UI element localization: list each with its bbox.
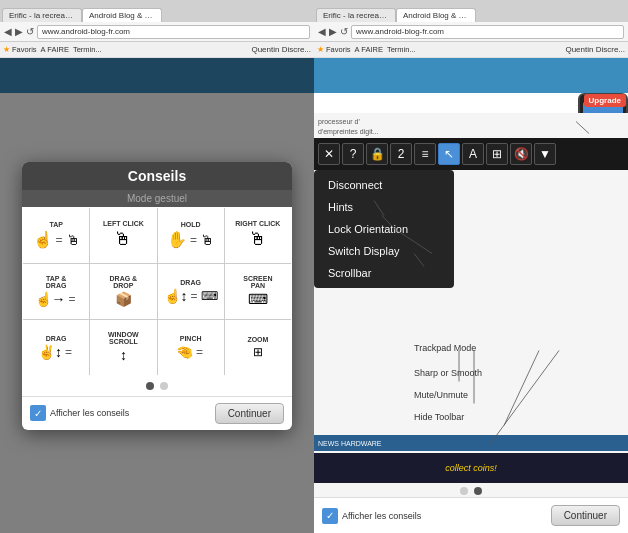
hint-trackpad-mode: Trackpad Mode: [414, 343, 476, 353]
gesture-modal: Conseils Mode gestuel TAP ☝ = 🖱 LEFT: [22, 162, 292, 430]
bm-termin[interactable]: Termin...: [73, 45, 102, 54]
menu-switch-display[interactable]: Switch Display: [314, 240, 454, 262]
modal-bottom: ✓ Afficher les conseils Continuer: [22, 396, 292, 430]
dot-1[interactable]: [146, 382, 154, 390]
dot-r2[interactable]: [474, 487, 482, 495]
bookmarks-bar: ★ Favoris A FAIRE Termin... Quentin Disc…: [0, 42, 314, 58]
bm-termin-r[interactable]: Termin...: [387, 45, 416, 54]
star-icon-r: ★: [317, 45, 324, 54]
hint-sharp-smooth: Sharp or Smooth: [414, 368, 482, 378]
news-bar-r: NEWS HARDWARE: [314, 435, 628, 451]
pagination-right: [314, 487, 628, 495]
browser-tabs: Erific - la recreation... Android Blog &…: [0, 0, 314, 22]
gesture-right-click: RIGHT CLICK 🖱: [225, 208, 291, 263]
address-bar: ◀ ▶ ↺ www.android-blog-fr.com: [0, 22, 314, 42]
toolbar-help[interactable]: ?: [342, 143, 364, 165]
forward-icon[interactable]: ▶: [15, 26, 23, 37]
browser-tabs-right: Erific - la recreation... Android Blog &…: [314, 0, 628, 22]
toolbar-dropdown[interactable]: ▼: [534, 143, 556, 165]
back-icon[interactable]: ◀: [4, 26, 12, 37]
checkbox-area-r: ✓ Afficher les conseils: [322, 508, 543, 524]
modal-subtitle: Mode gestuel: [22, 190, 292, 207]
gesture-left-click: LEFT CLICK 🖱: [90, 208, 156, 263]
modal-overlay: Conseils Mode gestuel TAP ☝ = 🖱 LEFT: [0, 58, 314, 533]
gesture-hold: HOLD ✋ = 🖱: [158, 208, 224, 263]
right-panel: Erific - la recreation... Android Blog &…: [314, 0, 628, 533]
toolbar-2[interactable]: 2: [390, 143, 412, 165]
show-hints-checkbox-r[interactable]: ✓: [322, 508, 338, 524]
app-content-right: 🤖 Androi ACCUEIL ✕ ? 🔒 2 ≡ ↖ A ⊞ 🔇 ▼ 📱: [314, 58, 628, 533]
continue-button[interactable]: Continuer: [215, 403, 284, 424]
address-input-r[interactable]: www.android-blog-fr.com: [351, 25, 624, 39]
menu-disconnect[interactable]: Disconnect: [314, 174, 454, 196]
gesture-pinch: PINCH 🤏 =: [158, 320, 224, 375]
dot-r1[interactable]: [460, 487, 468, 495]
address-bar-right: ◀ ▶ ↺ www.android-blog-fr.com: [314, 22, 628, 42]
gesture-tap-drag: TAP &DRAG ☝→ =: [23, 264, 89, 319]
hint-mute-unmute: Mute/Unmute: [414, 390, 468, 400]
hint-hide-toolbar: Hide Toolbar: [414, 412, 464, 422]
gesture-drag2: DRAG ✌↕ =: [23, 320, 89, 375]
bm-favoris-r[interactable]: ★ Favoris: [317, 45, 351, 54]
checkbox-area: ✓ Afficher les conseils: [30, 405, 207, 421]
bm-afaire[interactable]: A FAIRE: [41, 45, 69, 54]
app-content-left: 🤖 Androi ACCUEIL Conseils Mode gestuel T…: [0, 58, 314, 533]
toolbar-area: ✕ ? 🔒 2 ≡ ↖ A ⊞ 🔇 ▼: [314, 138, 628, 170]
gesture-drag-drop: DRAG &DROP 📦: [90, 264, 156, 319]
tab-1[interactable]: Erific - la recreation...: [2, 8, 82, 22]
toolbar-menu[interactable]: ≡: [414, 143, 436, 165]
address-input[interactable]: www.android-blog-fr.com: [37, 25, 310, 39]
show-hints-checkbox[interactable]: ✓: [30, 405, 46, 421]
gesture-screen-pan: SCREENPAN ⌨: [225, 264, 291, 319]
checkbox-label-r: Afficher les conseils: [342, 511, 421, 521]
menu-hints[interactable]: Hints: [314, 196, 454, 218]
dropdown-menu: Disconnect Hints Lock Orientation Switch…: [314, 170, 454, 288]
star-icon: ★: [3, 45, 10, 54]
user-label-r: Quentin Discre...: [565, 45, 625, 54]
gesture-grid: TAP ☝ = 🖱 LEFT CLICK 🖱: [23, 208, 291, 375]
menu-lock-orientation[interactable]: Lock Orientation: [314, 218, 454, 240]
tab-r1[interactable]: Erific - la recreation...: [316, 8, 396, 22]
back-icon-r[interactable]: ◀: [318, 26, 326, 37]
toolbar-close[interactable]: ✕: [318, 143, 340, 165]
blog-text: processeur d' d'empreintes digit...: [318, 117, 624, 137]
toolbar-cursor[interactable]: ↖: [438, 143, 460, 165]
gesture-tap: TAP ☝ = 🖱: [23, 208, 89, 263]
modal-bottom-right: ✓ Afficher les conseils Continuer: [314, 497, 628, 533]
toolbar-text[interactable]: A: [462, 143, 484, 165]
tab-r2[interactable]: Android Blog & N...: [396, 8, 476, 22]
bm-afaire-r[interactable]: A FAIRE: [355, 45, 383, 54]
modal-title: Conseils: [22, 162, 292, 190]
gesture-zoom: ZOOM ⊞: [225, 320, 291, 375]
collect-coins-r: collect coins!: [314, 453, 628, 483]
toolbar-mute[interactable]: 🔇: [510, 143, 532, 165]
bm-favoris[interactable]: ★ Favoris: [3, 45, 37, 54]
upgrade-badge[interactable]: Upgrade: [584, 94, 626, 107]
continue-button-r[interactable]: Continuer: [551, 505, 620, 526]
reload-icon-r[interactable]: ↺: [340, 26, 348, 37]
bookmarks-bar-right: ★ Favoris A FAIRE Termin... Quentin Disc…: [314, 42, 628, 58]
left-panel: Erific - la recreation... Android Blog &…: [0, 0, 314, 533]
checkbox-label: Afficher les conseils: [50, 408, 129, 418]
pagination: [22, 376, 292, 396]
forward-icon-r[interactable]: ▶: [329, 26, 337, 37]
dot-2[interactable]: [160, 382, 168, 390]
menu-scrollbar[interactable]: Scrollbar: [314, 262, 454, 284]
gesture-window-scroll: WINDOWSCROLL ↕: [90, 320, 156, 375]
user-label: Quentin Discre...: [251, 45, 311, 54]
gesture-drag: DRAG ☝↕ = ⌨: [158, 264, 224, 319]
toolbar-lock[interactable]: 🔒: [366, 143, 388, 165]
toolbar-screen[interactable]: ⊞: [486, 143, 508, 165]
reload-icon[interactable]: ↺: [26, 26, 34, 37]
tab-2[interactable]: Android Blog & N...: [82, 8, 162, 22]
